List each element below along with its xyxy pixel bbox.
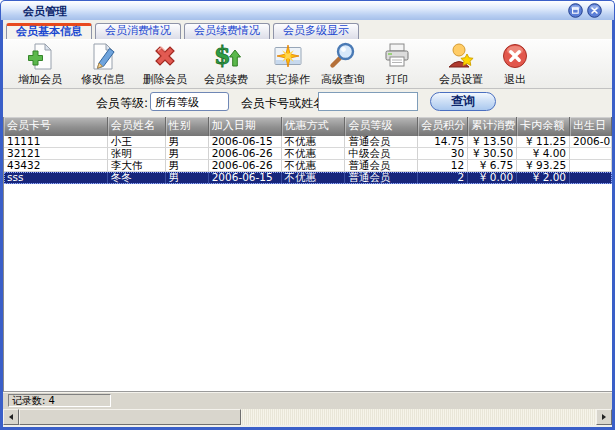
tab-1[interactable]: 会员基本信息	[6, 23, 92, 39]
table-cell: 李大伟	[108, 160, 166, 172]
table-cell: 不优惠	[282, 172, 346, 184]
right-arrow-icon	[602, 414, 606, 420]
scroll-right-button[interactable]	[596, 409, 612, 425]
table-cell: 2006-06-26	[209, 148, 282, 160]
table-cell: 32121	[4, 148, 108, 160]
toolbar-button[interactable]: 退出	[486, 41, 544, 86]
table-cell: 2006-06-15	[209, 172, 282, 184]
toolbar-button-label: 打印	[386, 72, 408, 87]
filter-bar: 会员等级: 所有等级 会员卡号或姓名: 查询	[3, 89, 612, 117]
toolbar-button-label: 退出	[504, 72, 526, 87]
table-cell: 男	[166, 136, 209, 148]
table-row[interactable]: 32121张明男2006-06-26不优惠中级会员30¥ 30.50¥ 4.00	[4, 148, 612, 160]
tab-4[interactable]: 会员多级显示	[273, 23, 359, 39]
exit-icon	[500, 41, 530, 71]
table-cell: 普通会员	[345, 136, 418, 148]
member-management-window: 会员管理 会员基本信息会员消费情况会员续费情况会员多级显示 增加会员 修改信息 …	[0, 0, 615, 430]
table-cell: sss	[4, 172, 108, 184]
column-header[interactable]: 会员卡号	[4, 117, 108, 136]
table-cell: 不优惠	[282, 136, 346, 148]
toolbar-button[interactable]: 其它操作	[259, 41, 317, 86]
column-header[interactable]: 会员积分	[418, 117, 468, 136]
column-header[interactable]: 卡内余额	[517, 117, 570, 136]
table-cell: 12	[418, 160, 468, 172]
toolbar-button[interactable]: 增加会员	[11, 41, 69, 86]
table-cell: ¥ 0.00	[468, 172, 517, 184]
table-row[interactable]: 43432李大伟男2006-06-26不优惠普通会员12¥ 6.75¥ 93.2…	[4, 160, 612, 172]
toolbar-button-label: 会员设置	[439, 72, 483, 87]
table-body: 11111小王男2006-06-15不优惠普通会员14.75¥ 13.50¥ 1…	[4, 136, 612, 184]
tab-label: 会员基本信息	[16, 25, 82, 38]
toolbar-button-label: 修改信息	[81, 72, 125, 87]
horizontal-scrollbar[interactable]	[3, 409, 612, 425]
table-cell: ¥ 11.25	[517, 136, 570, 148]
member-level-value: 所有等级	[155, 95, 199, 110]
print-icon	[382, 41, 412, 71]
table-cell: 男	[166, 160, 209, 172]
toolbar-button-label: 会员续费	[204, 72, 248, 87]
toolbar: 增加会员 修改信息 删除会员 $ 会员续费 其它操作 高级查询 打印 会员设置 …	[3, 39, 612, 89]
column-header[interactable]: 累计消费	[468, 117, 517, 136]
toolbar-button[interactable]: 高级查询	[314, 41, 372, 86]
record-count: 记录数: 4	[8, 394, 111, 407]
tab-label: 会员消费情况	[105, 24, 171, 37]
table-cell	[570, 148, 612, 160]
table-cell: ¥ 93.25	[517, 160, 570, 172]
table-cell: 2006-06-26	[209, 160, 282, 172]
table-cell: 14.75	[418, 136, 468, 148]
table-cell: 普通会员	[345, 160, 418, 172]
table-cell: ¥ 2.00	[517, 172, 570, 184]
table-row[interactable]: sss冬冬男2006-06-15不优惠普通会员2¥ 0.00¥ 2.00	[4, 172, 612, 184]
column-header[interactable]: 优惠方式	[282, 117, 346, 136]
table-cell: 30	[418, 148, 468, 160]
toolbar-button[interactable]: 打印	[368, 41, 426, 86]
table-cell: ¥ 4.00	[517, 148, 570, 160]
table-cell: 2006-0	[570, 136, 612, 148]
member-level-label: 会员等级:	[96, 95, 148, 112]
toolbar-button-label: 增加会员	[18, 72, 62, 87]
table-cell: 不优惠	[282, 160, 346, 172]
other-operations-icon	[273, 41, 303, 71]
title-bar[interactable]: 会员管理	[0, 0, 615, 20]
column-header[interactable]: 会员等级	[345, 117, 418, 136]
table-row[interactable]: 11111小王男2006-06-15不优惠普通会员14.75¥ 13.50¥ 1…	[4, 136, 612, 148]
toolbar-button-label: 其它操作	[266, 72, 310, 87]
tab-2[interactable]: 会员消费情况	[95, 23, 181, 39]
member-settings-icon	[446, 41, 476, 71]
scrollbar-thumb[interactable]	[19, 409, 241, 425]
toolbar-button[interactable]: 会员设置	[432, 41, 490, 86]
column-header[interactable]: 出生日	[570, 117, 612, 136]
scroll-left-button[interactable]	[3, 409, 19, 425]
table-cell: 中级会员	[345, 148, 418, 160]
svg-text:$: $	[214, 41, 231, 70]
add-member-icon	[25, 41, 55, 71]
column-header[interactable]: 会员姓名	[108, 117, 166, 136]
table-cell: 张明	[108, 148, 166, 160]
column-header[interactable]: 性别	[166, 117, 209, 136]
query-button[interactable]: 查询	[430, 92, 496, 111]
column-header[interactable]: 加入日期	[209, 117, 282, 136]
table-cell: 小王	[108, 136, 166, 148]
table-header-row: 会员卡号会员姓名性别加入日期优惠方式会员等级会员积分累计消费卡内余额出生日	[4, 117, 612, 136]
table-cell: 普通会员	[345, 172, 418, 184]
window-title: 会员管理	[23, 4, 67, 19]
member-level-select[interactable]: 所有等级	[150, 92, 229, 111]
edit-info-icon	[88, 41, 118, 71]
tab-3[interactable]: 会员续费情况	[184, 23, 270, 39]
toolbar-button-label: 删除会员	[143, 72, 187, 87]
card-or-name-input[interactable]	[318, 92, 418, 111]
restore-button[interactable]	[568, 3, 583, 18]
toolbar-button[interactable]: 修改信息	[74, 41, 132, 86]
table-cell: 2006-06-15	[209, 136, 282, 148]
renew-fee-icon: $	[211, 41, 241, 71]
table-cell: 11111	[4, 136, 108, 148]
delete-member-icon	[150, 41, 180, 71]
table-cell: 男	[166, 172, 209, 184]
toolbar-button[interactable]: 删除会员	[136, 41, 194, 86]
table-cell: 不优惠	[282, 148, 346, 160]
toolbar-button-label: 高级查询	[321, 72, 365, 87]
card-or-name-label: 会员卡号或姓名:	[241, 95, 329, 112]
toolbar-button[interactable]: $ 会员续费	[197, 41, 255, 86]
close-button[interactable]	[587, 3, 602, 18]
status-bar: 记录数: 4	[3, 391, 612, 410]
